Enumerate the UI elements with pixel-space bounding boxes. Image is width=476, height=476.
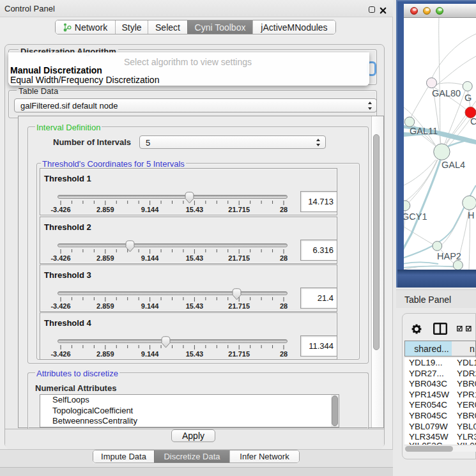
svg-text:H: H [468,210,474,220]
svg-text:GAL80: GAL80 [432,88,461,98]
svg-text:HAP2: HAP2 [437,251,461,261]
svg-text:C: C [470,116,476,127]
svg-text:GAL4: GAL4 [441,160,465,170]
svg-text:GCY1: GCY1 [404,211,427,222]
svg-text:GAL11: GAL11 [410,126,438,136]
svg-text:G: G [464,93,472,103]
